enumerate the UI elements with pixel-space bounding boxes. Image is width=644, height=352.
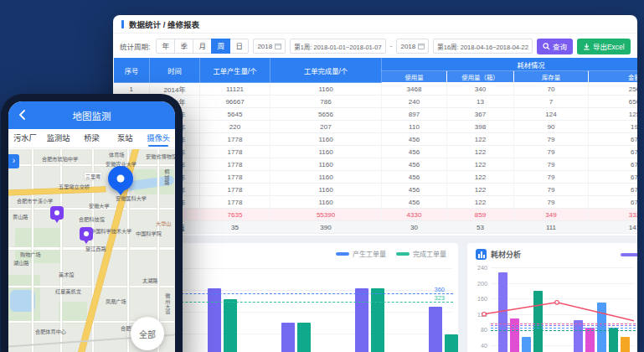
period-segment-0[interactable]: 年 xyxy=(156,39,175,54)
export-label: 导出Excel xyxy=(593,41,625,51)
consumables-chart-card: 耗材分析 2402001601208040 xyxy=(467,243,637,352)
all-filter-button[interactable]: 全部 xyxy=(131,317,164,350)
header-row-1: 序号时间工单产生量/个工单完成量/个耗材情况 xyxy=(114,58,638,71)
camera-marker[interactable] xyxy=(80,227,93,241)
bar xyxy=(224,299,237,352)
year-to-select[interactable]: 2018 xyxy=(396,39,429,54)
table-cell: 456 xyxy=(382,184,447,196)
table-row: 42017年2202071103989019 xyxy=(114,121,638,133)
table-cell: 1778 xyxy=(200,184,270,196)
map-label: 美术馆 xyxy=(59,271,74,278)
map-label: 湖山路 xyxy=(13,259,28,267)
table-cell: 122 xyxy=(447,133,514,146)
table-row: 92022年177811604561227967 xyxy=(114,184,638,196)
table-cell: 67 xyxy=(589,146,638,158)
query-button[interactable]: 查询 xyxy=(537,39,573,54)
bar xyxy=(208,288,221,352)
table-cell: 207 xyxy=(270,121,382,133)
table-cell: 124 xyxy=(514,108,589,121)
table-cell: 250 xyxy=(589,83,638,96)
table-cell: 367 xyxy=(447,108,514,121)
table-row: 102023年177811604561227967 xyxy=(114,196,638,209)
tab-摄像头[interactable]: 摄像头 xyxy=(142,129,175,148)
table-row: 32016年56455656897367124125 xyxy=(114,108,638,121)
bar xyxy=(355,288,368,352)
table-cell: 5656 xyxy=(270,108,382,121)
map-label: 中国科学技术大学 xyxy=(90,227,131,235)
table-row: 62019年177811604561227967 xyxy=(114,146,638,158)
main-road xyxy=(8,187,106,195)
tab-泵站[interactable]: 泵站 xyxy=(108,129,142,148)
reference-line xyxy=(491,328,636,329)
bar xyxy=(609,328,618,352)
period-segment-4[interactable]: 日 xyxy=(229,39,249,54)
table-cell: 1160 xyxy=(270,196,382,209)
map-canvas[interactable]: › 全部 合肥市琥珀中学体育场安徽农业大学安徽省博物馆桐城路三里庵五里墩立交桥合… xyxy=(8,149,175,352)
selected-camera-marker[interactable] xyxy=(108,166,133,191)
table-cell: 456 xyxy=(382,196,447,209)
table-cell: 1160 xyxy=(270,83,382,96)
table-cell: 67 xyxy=(589,133,638,146)
table-cell: 7635 xyxy=(200,209,270,221)
drawer-expand-button[interactable]: › xyxy=(8,154,19,168)
col-header-created: 工单产生量/个 xyxy=(200,58,270,83)
map-label: 合肥市宁溪小学 xyxy=(17,197,53,204)
col-header-completed: 工单完成量/个 xyxy=(270,58,382,83)
week-from-input[interactable]: 第1周: 2018-01-01~2018-01-07 xyxy=(290,39,385,54)
table-cell: 7 xyxy=(514,96,589,108)
tab-桥梁[interactable]: 桥梁 xyxy=(75,129,109,148)
bar xyxy=(445,334,458,352)
download-icon xyxy=(583,43,590,50)
bar xyxy=(621,337,630,352)
table-cell: 456 xyxy=(382,146,447,158)
year-from-select[interactable]: 2018 xyxy=(253,39,286,54)
range-separator: - xyxy=(390,42,393,50)
tab-污水厂[interactable]: 污水厂 xyxy=(8,129,42,148)
chart-icon xyxy=(476,249,487,260)
table-cell: 70 xyxy=(514,83,589,96)
map-label: 体育场 xyxy=(109,151,124,158)
legend-item: 完成工单量 xyxy=(396,249,446,258)
table-cell: 349 xyxy=(514,209,589,221)
query-label: 查询 xyxy=(553,41,567,51)
tab-监测站[interactable]: 监测站 xyxy=(42,129,75,148)
bar xyxy=(371,288,384,352)
y-tick-label: 120 xyxy=(469,311,487,318)
avg-row: 平均值353903053111141 xyxy=(114,221,638,234)
table-row: 22015年96667786240137650 xyxy=(114,96,638,108)
camera-marker[interactable] xyxy=(50,206,64,220)
table-cell: 13 xyxy=(447,96,514,108)
back-icon[interactable] xyxy=(17,109,28,121)
col-header-time: 时间 xyxy=(150,58,200,83)
export-excel-button[interactable]: 导出Excel xyxy=(577,39,631,54)
table-cell: 456 xyxy=(382,171,447,184)
legend-pill xyxy=(336,252,349,256)
period-segment-2[interactable]: 月 xyxy=(193,39,212,54)
table-cell: 220 xyxy=(200,121,270,133)
workorder-chart-legend: 产生工单量完成工单量 xyxy=(336,249,446,258)
map-label: 黄山路 xyxy=(13,213,28,220)
legend-label: 产生工单量 xyxy=(353,249,386,258)
search-icon xyxy=(543,43,550,50)
table-cell: 35 xyxy=(200,221,270,234)
table-cell: 1778 xyxy=(200,133,270,146)
period-segmented-control: 年季月周日 xyxy=(156,39,249,54)
table-cell: 240 xyxy=(382,96,447,108)
charts-section: 产生工单量完成工单量 360323 耗材分析 2402001601208040 xyxy=(113,236,637,352)
table-row: 82021年177811604561227967 xyxy=(114,171,638,184)
week-to-input[interactable]: 第16周: 2018-04-16~2018-04-22 xyxy=(433,39,533,54)
reference-label: 360 xyxy=(434,286,445,293)
breadcrumb: 数据统计 / 维修报表 xyxy=(129,18,199,30)
legend-pill xyxy=(396,252,410,256)
period-segment-1[interactable]: 季 xyxy=(174,39,193,54)
table-cell: 1160 xyxy=(270,146,382,158)
table-cell: 122 xyxy=(447,171,514,184)
period-segment-3[interactable]: 周 xyxy=(211,39,230,54)
reference-line xyxy=(491,330,636,331)
y-tick-label: 200 xyxy=(469,280,487,287)
map-label: 桐城路 xyxy=(162,169,170,184)
y-tick-label: 160 xyxy=(469,295,487,303)
gridline xyxy=(491,298,634,299)
phone-screen: 地图监测 污水厂监测站桥梁泵站摄像头 xyxy=(8,101,175,352)
year-to-value: 2018 xyxy=(400,43,415,50)
